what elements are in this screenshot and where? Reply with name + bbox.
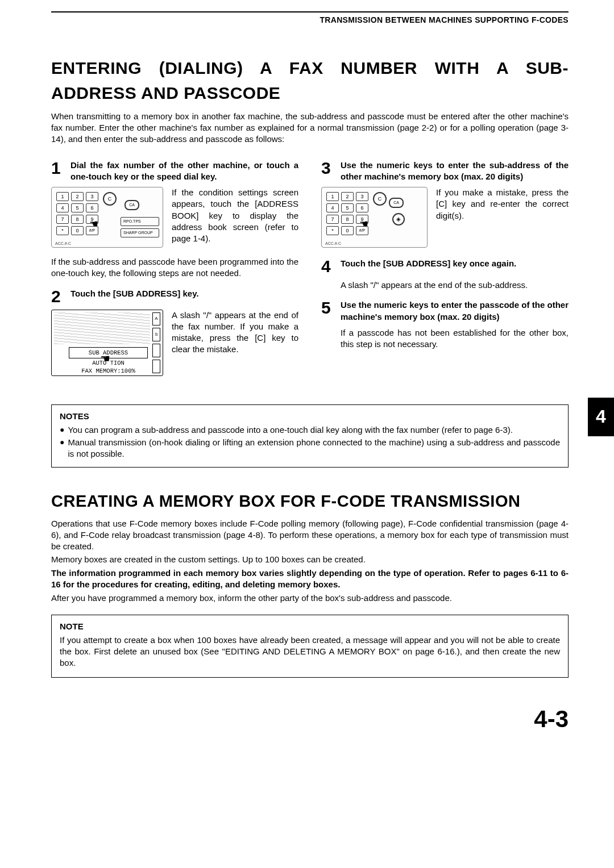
keypad-key: 3	[356, 192, 368, 201]
c-key-icon: C	[373, 192, 387, 206]
diamond-key-icon: ◈	[392, 213, 405, 226]
step2-body: A slash "/" appears at the end of the fa…	[172, 310, 298, 376]
figure-keypad-2: 1 2 3 4 5 6 7 8 9 * 0 #/P C CA	[321, 187, 428, 248]
keypad-key: 0	[341, 226, 354, 235]
keypad-key: 6	[356, 203, 368, 212]
running-header: TRANSMISSION BETWEEN MACHINES SUPPORTING…	[51, 15, 569, 26]
section2-title: CREATING A MEMORY BOX FOR F-CODE TRANSMI…	[51, 490, 569, 512]
note-item: Manual transmission (on-hook dialing or …	[68, 437, 560, 460]
keypad-key: 3	[86, 192, 98, 201]
note-box-2: NOTE If you attempt to create a box when…	[51, 615, 569, 678]
ca-key-icon: CA	[389, 198, 404, 208]
step2-title: Touch the [SUB ADDRESS] key.	[70, 288, 199, 305]
keypad-key: 4	[56, 203, 69, 212]
keypad-key: 7	[326, 215, 339, 224]
figure-lcd: SUB ADDRESS AUTO TION FAX MEMORY:100% A …	[51, 310, 163, 376]
step1-continuation: If the sub-address and passcode have bee…	[51, 256, 298, 279]
step5-title: Use the numeric keys to enter the passco…	[341, 299, 569, 323]
ca-key-icon: CA	[125, 200, 139, 210]
hand-cursor-icon: ☚	[89, 217, 98, 231]
bullet-icon: ●	[60, 437, 64, 460]
section2-p2: Memory boxes are created in the custom s…	[51, 554, 569, 565]
section2-p1: Operations that use F-Code memory boxes …	[51, 518, 569, 553]
section1-title-line2: ADDRESS AND PASSCODE	[51, 82, 569, 105]
step3-title: Use the numeric keys to enter the sub-ad…	[341, 160, 569, 183]
chapter-tab: 4	[588, 398, 614, 436]
note2-body: If you attempt to create a box when 100 …	[60, 635, 560, 669]
figure-keypad-1: 1 2 3 4 5 6 7 8 9 * 0 #/P C CA	[51, 187, 163, 248]
step5-body: If a passcode has not been established f…	[341, 327, 569, 350]
c-key-icon: C	[103, 192, 117, 206]
note-item: You can program a sub-address and passco…	[68, 424, 512, 436]
bullet-icon: ●	[60, 424, 64, 436]
hand-cursor-icon: ☚	[100, 351, 110, 366]
keypad-key: 4	[326, 203, 339, 212]
step3-number: 3	[321, 160, 335, 183]
notes-box: NOTES ●You can program a sub-address and…	[51, 404, 569, 468]
keypad-key: *	[326, 226, 339, 235]
page-number: 4-3	[51, 703, 569, 736]
keypad-key: 8	[341, 215, 354, 224]
section2-p4: After you have programmed a memory box, …	[51, 592, 569, 604]
step4-body: A slash "/" appears at the end of the su…	[341, 279, 569, 291]
lcd-noise-area	[54, 312, 150, 344]
keypad-key: 2	[341, 192, 354, 201]
lcd-line: FAX MEMORY:100%	[69, 367, 148, 375]
step3-body: If you make a mistake, press the [C] key…	[436, 187, 569, 248]
keypad-key: 5	[71, 203, 84, 212]
lcd-side-button: A	[152, 312, 160, 326]
onetouch-slot: RPO.TPS	[121, 217, 159, 226]
notes-title: NOTES	[60, 411, 560, 422]
keypad-key: 1	[326, 192, 339, 201]
header-rule	[51, 11, 569, 12]
keypad-key: *	[56, 226, 69, 235]
step4-title: Touch the [SUB ADDRESS] key once again.	[341, 258, 516, 275]
hand-cursor-icon: ☚	[359, 217, 368, 231]
acc-label: ACC.#-C	[325, 241, 341, 246]
keypad-key: 7	[56, 215, 69, 224]
step2-number: 2	[51, 288, 65, 305]
step5-number: 5	[321, 299, 335, 323]
step4-number: 4	[321, 258, 335, 275]
step1-body: If the condition settings screen appears…	[172, 187, 298, 248]
onetouch-slot: SHARP GROUP	[121, 228, 159, 237]
acc-label: ACC.#-C	[55, 241, 71, 246]
section2-p3: The information programmed in each memor…	[51, 567, 569, 591]
keypad-key: 6	[86, 203, 98, 212]
keypad-key: 8	[71, 215, 84, 224]
keypad-key: 1	[56, 192, 69, 201]
lcd-side-button: S	[152, 328, 160, 341]
section1-intro: When transmitting to a memory box in ano…	[51, 111, 569, 145]
keypad-key: 0	[71, 226, 84, 235]
keypad-key: 2	[71, 192, 84, 201]
step1-title: Dial the fax number of the other machine…	[70, 160, 298, 183]
note2-title: NOTE	[60, 621, 560, 632]
keypad-key: 5	[341, 203, 354, 212]
section1-title-line1: ENTERING (DIALING) A FAX NUMBER WITH A S…	[51, 57, 569, 80]
lcd-side-button	[152, 344, 160, 357]
step1-number: 1	[51, 160, 65, 183]
lcd-side-button	[152, 360, 160, 373]
